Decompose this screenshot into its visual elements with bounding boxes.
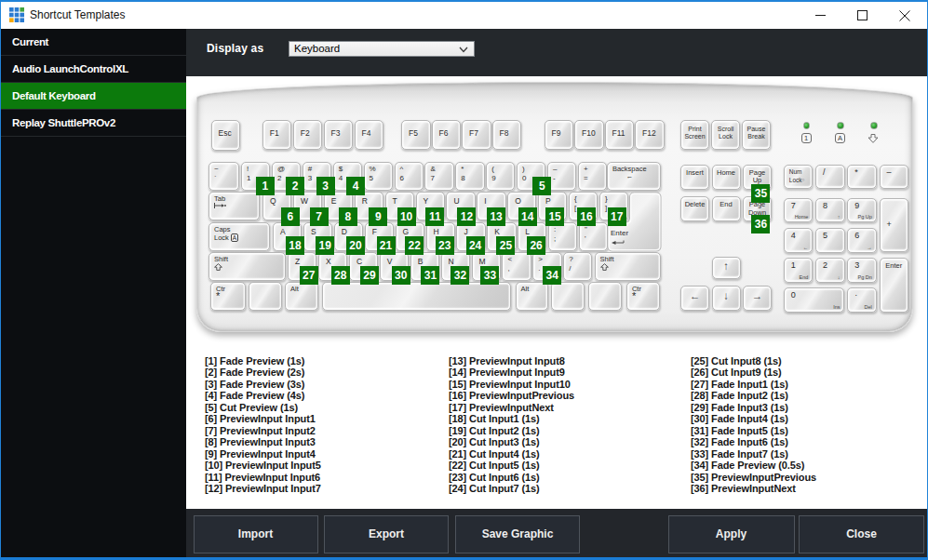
svg-text:Enter: Enter: [611, 229, 628, 237]
